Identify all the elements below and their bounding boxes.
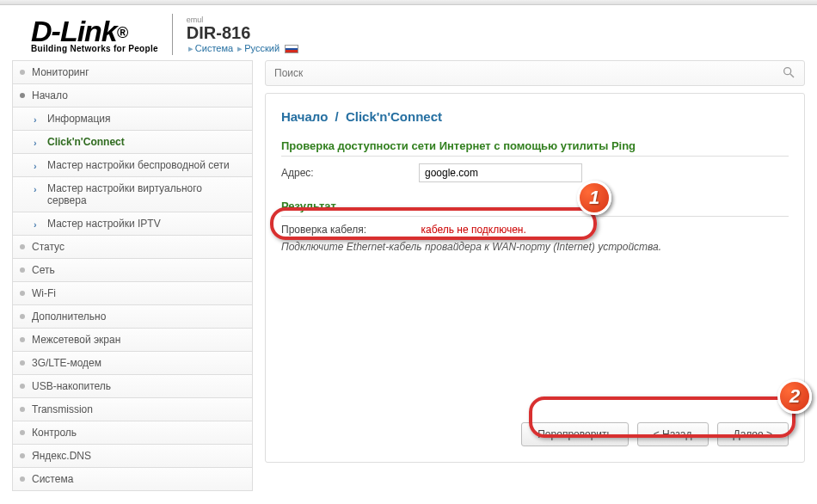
sidebar-item-yandex-dns[interactable]: Яндекс.DNS: [12, 445, 253, 468]
sidebar-item-usb[interactable]: USB-накопитель: [12, 375, 253, 398]
brand-logo: D-Link® Building Networks for People: [31, 16, 158, 53]
breadcrumb-sep: /: [331, 109, 342, 124]
chevron-right-icon: ›: [34, 161, 37, 171]
annotation-badge-1: 1: [577, 181, 611, 215]
sidebar-item-label: Контроль: [32, 427, 77, 439]
svg-point-0: [784, 67, 791, 74]
sidebar-item-label: Статус: [32, 241, 64, 253]
bullet-icon: [20, 407, 25, 412]
sidebar-item-label: Информация: [47, 113, 110, 125]
breadcrumb-page: Click'n'Connect: [346, 109, 442, 124]
cable-check-row: Проверка кабеля: кабель не подключен.: [281, 224, 789, 236]
sidebar-item-vserver-wizard[interactable]: ›Мастер настройки виртуального сервера: [12, 177, 253, 212]
sidebar-item-label: Transmission: [32, 403, 93, 415]
sidebar-item-clicknconnect[interactable]: ›Click'n'Connect: [12, 131, 253, 154]
sidebar-item-status[interactable]: Статус: [12, 236, 253, 259]
bullet-icon: [20, 384, 25, 389]
sidebar-item-label: Начало: [32, 89, 68, 101]
search-icon[interactable]: [782, 65, 796, 82]
recheck-button[interactable]: Перепроверить: [521, 422, 629, 446]
sidebar-item-label: Дополнительно: [32, 310, 106, 323]
sidebar-item-label: USB-накопитель: [32, 380, 111, 392]
emul-label: emul: [187, 15, 298, 24]
section-ping-title: Проверка доступности сети Интернет с пом…: [281, 139, 789, 157]
nav-language[interactable]: Русский: [244, 43, 280, 53]
main-layout: Мониторинг Начало ›Информация ›Click'n'C…: [0, 60, 817, 503]
content-area: Начало / Click'n'Connect Проверка доступ…: [265, 60, 805, 491]
sidebar-item-label: Мастер настройки IPTV: [47, 218, 161, 230]
sidebar-item-label: Система: [32, 473, 73, 485]
back-button[interactable]: < Назад: [637, 422, 709, 446]
wizard-buttons: Перепроверить < Назад Далее >: [521, 422, 789, 446]
sidebar-item-firewall[interactable]: Межсетевой экран: [12, 329, 253, 352]
chevron-right-icon: ▸: [188, 43, 194, 53]
sidebar-item-label: Click'n'Connect: [47, 136, 125, 148]
chevron-right-icon: ›: [34, 184, 37, 194]
nav-system[interactable]: Система: [195, 43, 233, 53]
model-name: DIR-816: [187, 24, 298, 41]
breadcrumb: Начало / Click'n'Connect: [281, 109, 789, 124]
bullet-icon: [20, 337, 25, 342]
bullet-icon: [20, 476, 25, 482]
sidebar: Мониторинг Начало ›Информация ›Click'n'C…: [12, 60, 253, 491]
bullet-icon: [20, 291, 25, 296]
content-panel: Начало / Click'n'Connect Проверка доступ…: [265, 93, 805, 463]
sidebar-item-information[interactable]: ›Информация: [12, 108, 253, 131]
logo-tagline: Building Networks for People: [31, 44, 158, 53]
address-input[interactable]: [419, 163, 582, 182]
breadcrumb-root[interactable]: Начало: [281, 109, 328, 124]
bullet-icon: [20, 314, 25, 319]
sidebar-item-label: Wi-Fi: [32, 287, 56, 299]
svg-line-1: [790, 74, 794, 77]
cable-check-label: Проверка кабеля:: [281, 224, 366, 236]
header: D-Link® Building Networks for People emu…: [0, 5, 817, 60]
bullet-icon: [20, 453, 25, 458]
bullet-icon: [20, 430, 25, 435]
header-divider: [172, 14, 173, 55]
chevron-right-icon: ›: [34, 114, 37, 125]
sidebar-item-label: Мастер настройки виртуального сервера: [47, 182, 202, 206]
next-button[interactable]: Далее >: [717, 422, 789, 446]
sidebar-item-wifi[interactable]: Wi-Fi: [12, 282, 253, 305]
header-subnav: ▸Система ▸Русский: [187, 43, 298, 54]
sidebar-item-start[interactable]: Начало: [12, 84, 253, 108]
chevron-right-icon: ▸: [237, 43, 243, 53]
logo-registered: ®: [117, 24, 127, 41]
bullet-icon: [20, 360, 25, 366]
flag-ru-icon: [285, 45, 298, 53]
bullet-icon: [20, 244, 25, 249]
sidebar-item-system[interactable]: Система: [12, 468, 253, 491]
section-result-title: Результат: [281, 200, 789, 217]
chevron-right-icon: ›: [34, 138, 37, 148]
address-row: Адрес:: [281, 163, 789, 182]
cable-check-value: кабель не подключен.: [421, 224, 525, 236]
sidebar-item-monitoring[interactable]: Мониторинг: [12, 61, 253, 84]
model-box: emul DIR-816 ▸Система ▸Русский: [187, 15, 298, 54]
sidebar-item-label: Мастер настройки беспроводной сети: [47, 159, 230, 171]
sidebar-item-label: Сеть: [32, 264, 55, 276]
bullet-icon: [20, 93, 25, 98]
address-label: Адрес:: [281, 167, 410, 179]
result-block: Результат Проверка кабеля: кабель не под…: [281, 200, 789, 253]
bullet-icon: [20, 267, 25, 273]
sidebar-item-label: Яндекс.DNS: [32, 450, 91, 462]
chevron-right-icon: ›: [34, 219, 37, 230]
sidebar-item-network[interactable]: Сеть: [12, 259, 253, 282]
sidebar-item-3g-lte[interactable]: 3G/LTE-модем: [12, 352, 253, 375]
sidebar-item-advanced[interactable]: Дополнительно: [12, 305, 253, 329]
bullet-icon: [20, 70, 25, 75]
search-bar: [265, 60, 805, 86]
annotation-badge-2: 2: [777, 379, 812, 414]
sidebar-item-transmission[interactable]: Transmission: [12, 398, 253, 421]
cable-hint: Подключите Ethernet-кабель провайдера к …: [281, 241, 789, 253]
sidebar-item-iptv-wizard[interactable]: ›Мастер настройки IPTV: [12, 212, 253, 236]
sidebar-menu: Мониторинг Начало ›Информация ›Click'n'C…: [12, 60, 253, 491]
sidebar-item-label: Межсетевой экран: [32, 334, 120, 346]
sidebar-item-wireless-wizard[interactable]: ›Мастер настройки беспроводной сети: [12, 154, 253, 177]
search-input[interactable]: [274, 67, 743, 79]
sidebar-item-label: 3G/LTE-модем: [32, 357, 101, 369]
sidebar-item-label: Мониторинг: [32, 66, 89, 78]
logo-text: D-Link: [31, 15, 117, 47]
sidebar-item-control[interactable]: Контроль: [12, 421, 253, 445]
